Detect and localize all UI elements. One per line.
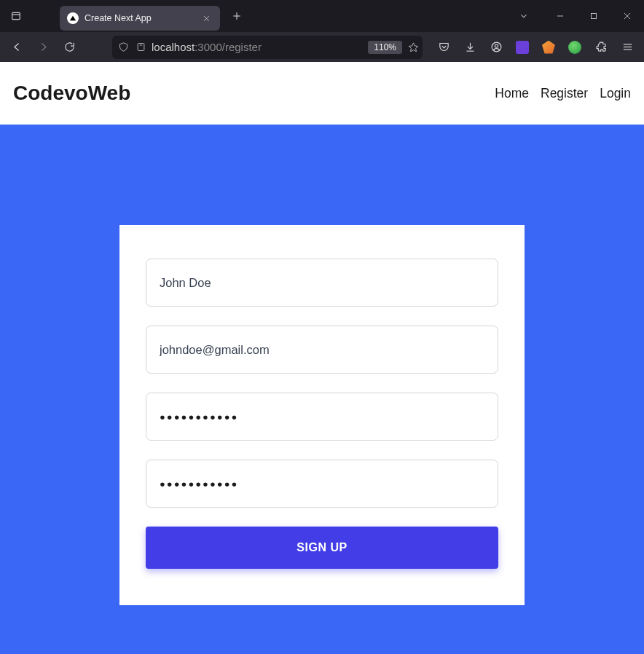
svg-marker-13	[409, 43, 418, 52]
extension-icon-1[interactable]	[510, 36, 535, 59]
shield-icon	[117, 41, 130, 54]
extension-icon-2[interactable]	[536, 36, 561, 59]
browser-toolbar: localhost:3000/register 110%	[0, 32, 644, 62]
nav-forward-button	[31, 36, 55, 59]
app-menu-icon[interactable]	[615, 36, 640, 59]
page-body: SIGN UP	[0, 125, 644, 654]
nav-back-button[interactable]	[4, 36, 29, 59]
register-card: SIGN UP	[119, 225, 525, 605]
window-titlebar: Create Next App	[0, 0, 644, 32]
tabs-dropdown-icon[interactable]	[511, 4, 536, 28]
nav-link-register[interactable]: Register	[541, 86, 588, 101]
pocket-icon[interactable]	[431, 36, 456, 59]
svg-point-17	[495, 44, 498, 47]
name-field[interactable]	[146, 259, 498, 307]
firefox-app-icon	[0, 10, 32, 22]
site-header: CodevoWeb Home Register Login	[0, 62, 644, 125]
svg-marker-2	[70, 16, 76, 21]
downloads-icon[interactable]	[458, 36, 482, 59]
extensions-button[interactable]	[589, 36, 613, 59]
page-info-icon[interactable]	[134, 41, 147, 54]
url-text: localhost:3000/register	[152, 41, 262, 53]
signup-button[interactable]: SIGN UP	[146, 527, 498, 569]
site-brand[interactable]: CodevoWeb	[13, 82, 130, 105]
new-tab-button[interactable]	[226, 5, 248, 27]
page-content: CodevoWeb Home Register Login SIGN UP	[0, 62, 644, 654]
svg-rect-0	[12, 12, 20, 19]
zoom-badge[interactable]: 110%	[368, 41, 402, 54]
window-maximize-button[interactable]	[577, 0, 610, 32]
tab-title: Create Next App	[85, 13, 194, 23]
window-close-button[interactable]	[610, 0, 644, 32]
url-bar[interactable]: localhost:3000/register 110%	[112, 36, 423, 59]
email-field[interactable]	[146, 326, 498, 374]
bookmark-star-icon[interactable]	[407, 41, 420, 54]
extension-icon-3[interactable]	[562, 36, 587, 59]
account-icon[interactable]	[484, 36, 508, 59]
svg-rect-8	[592, 14, 597, 19]
browser-tab-active[interactable]: Create Next App	[60, 6, 220, 31]
confirm-password-field[interactable]	[146, 460, 498, 508]
tab-close-icon[interactable]	[200, 12, 213, 25]
svg-rect-11	[138, 44, 144, 51]
favicon-vercel-icon	[67, 12, 79, 24]
nav-link-home[interactable]: Home	[495, 86, 529, 101]
password-field[interactable]	[146, 393, 498, 441]
nav-reload-button[interactable]	[57, 36, 82, 59]
window-minimize-button[interactable]	[543, 0, 577, 32]
nav-link-login[interactable]: Login	[600, 86, 631, 101]
